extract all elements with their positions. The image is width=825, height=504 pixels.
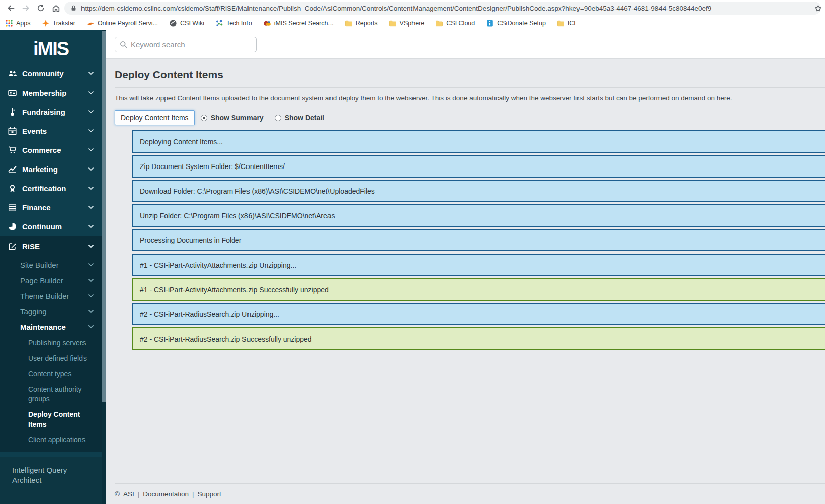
bookmark-reports[interactable]: Reports [345,19,378,27]
url-text: https://dem-csidemo.csiinc.com/csidemo/S… [81,5,810,12]
sidebar-item-label: Finance [22,203,51,212]
folder-icon [389,19,397,27]
commerce-icon [8,146,17,154]
bookmark-label: CSiDonate Setup [497,20,546,27]
sidebar-subitem-site-builder[interactable]: Site Builder [0,257,102,273]
page-content: Deploy Content Items This will take zipp… [106,59,825,504]
community-icon [8,69,17,78]
sidebar-scrollbar[interactable] [102,30,106,504]
footer-link-documentation[interactable]: Documentation [143,490,189,498]
chevron-down-icon [88,225,94,228]
orange-diamond-icon [42,19,50,27]
keyword-search-input[interactable] [131,40,252,49]
footer-separator: | [192,490,194,498]
footer-link-support[interactable]: Support [198,490,221,498]
address-bar[interactable]: https://dem-csidemo.csiinc.com/csidemo/S… [64,2,821,15]
bookmark-label: ICE [568,20,579,27]
keyword-search-box[interactable] [115,37,257,52]
bookmark-label: Trakstar [53,20,75,27]
sidebar-subitem-label: Theme Builder [20,292,69,300]
title-divider [115,87,825,88]
back-button[interactable] [4,2,17,15]
imis-logo[interactable]: iMIS [0,30,102,64]
radio-button-icon[interactable] [201,115,207,121]
chevron-down-icon [88,129,94,133]
fundraising-icon [8,108,17,116]
chevron-down-icon [88,245,94,248]
bookmark-vsphere[interactable]: VSphere [389,19,425,27]
sidebar-item-label: Fundraising [22,108,65,116]
forward-button[interactable] [19,2,32,15]
bookmark-csidonate-setup[interactable]: CSiDonate Setup [486,19,546,27]
bookmark-ice[interactable]: ICE [557,19,579,27]
bookmark-star-icon[interactable] [814,5,822,12]
sidebar-item-events[interactable]: Events [0,121,102,140]
deploy-content-items-button[interactable]: Deploy Content Items [115,110,195,125]
sidebar-item-certification[interactable]: Certification [0,179,102,198]
sidebar-subitem-label: Maintenance [20,323,66,331]
footer-links: ©ASI|Documentation|Support [115,484,825,498]
chevron-down-icon [88,187,94,190]
status-message: Unzip Folder: C:\Program Files (x86)\ASI… [132,204,825,227]
main-area: Deploy Content Items This will take zipp… [106,30,825,504]
sidebar-subitem-content-types[interactable]: Content types [0,366,102,382]
radio-show-detail[interactable]: Show Detail [275,114,324,122]
bookmark-label: iMIS Secret Search... [274,20,334,27]
sidebar-subitem-page-builder[interactable]: Page Builder [0,273,102,288]
bookmark-label: Tech Info [226,20,252,27]
sidebar-subitem-deploy-content-items[interactable]: Deploy Content Items [0,407,102,432]
sidebar-subitem-tagging[interactable]: Tagging [0,304,102,319]
folder-icon [557,19,565,27]
reload-button[interactable] [34,2,47,15]
sidebar-subitem-user-defined-fields[interactable]: User defined fields [0,351,102,366]
sidebar-item-community[interactable]: Community [0,64,102,83]
continuum-icon [8,222,17,231]
bookmark-tech-info[interactable]: Tech Info [215,19,252,27]
footer-link-asi[interactable]: ASI [123,490,134,498]
sidebar-item-label: Continuum [22,222,62,231]
chevron-down-icon [88,263,94,267]
status-message: #2 - CSI-iPart-RadiusSearch.zip Unzippin… [132,303,825,325]
sidebar-item-membership[interactable]: Membership [0,83,102,102]
radio-label: Show Summary [211,114,264,122]
sidebar-scrollbar-thumb[interactable] [102,31,106,402]
footer-separator: | [138,490,140,498]
bookmark-trakstar[interactable]: Trakstar [42,19,75,27]
blue-info-icon [486,19,494,27]
bookmark-label: Reports [356,20,378,27]
reload-icon [37,4,45,12]
bookmark-apps[interactable]: Apps [5,19,31,27]
folder-icon [435,19,443,27]
sidebar-item-label: Events [22,127,47,135]
sidebar-item-rise[interactable]: RiSE [0,236,102,257]
sidebar: iMIS CommunityMembershipFundraisingEvent… [0,30,102,504]
sidebar-item-commerce[interactable]: Commerce [0,140,102,159]
footer: ©ASI|Documentation|Support [115,483,825,504]
sidebar-item-label: Marketing [22,165,58,174]
bookmark-imis-secret-search[interactable]: iMIS Secret Search... [263,19,334,27]
chevron-down-icon [88,279,94,282]
sidebar-item-continuum[interactable]: Continuum [0,217,102,236]
home-button[interactable] [49,2,62,15]
sidebar-subitem-maintenance[interactable]: Maintenance [0,319,102,335]
chevron-down-icon [88,167,94,171]
bookmark-label: CSI Cloud [446,20,475,27]
status-message: Download Folder: C:\Program Files (x86)\… [132,180,825,202]
sidebar-subitem-publishing-servers[interactable]: Publishing servers [0,335,102,351]
sidebar-item-intelligent-query-architect[interactable]: Intelligent Query Architect [0,463,102,487]
sidebar-item-fundraising[interactable]: Fundraising [0,102,102,121]
sidebar-subitem-content-authority-groups[interactable]: Content authority groups [0,382,102,407]
bookmark-online-payroll-servi[interactable]: Online Payroll Servi... [87,19,158,27]
copyright-symbol: © [115,490,120,498]
bookmark-csi-cloud[interactable]: CSI Cloud [435,19,475,27]
sidebar-item-finance[interactable]: Finance [0,198,102,217]
radio-button-icon[interactable] [275,115,281,121]
sidebar-item-marketing[interactable]: Marketing [0,159,102,179]
radio-show-summary[interactable]: Show Summary [201,114,264,122]
sidebar-subitem-theme-builder[interactable]: Theme Builder [0,288,102,304]
membership-icon [8,89,17,97]
radio-label: Show Detail [285,114,324,122]
sidebar-subitem-client-applications[interactable]: Client applications [0,432,102,448]
chevron-down-icon [88,206,94,209]
bookmark-csi-wiki[interactable]: CSI Wiki [169,19,204,27]
